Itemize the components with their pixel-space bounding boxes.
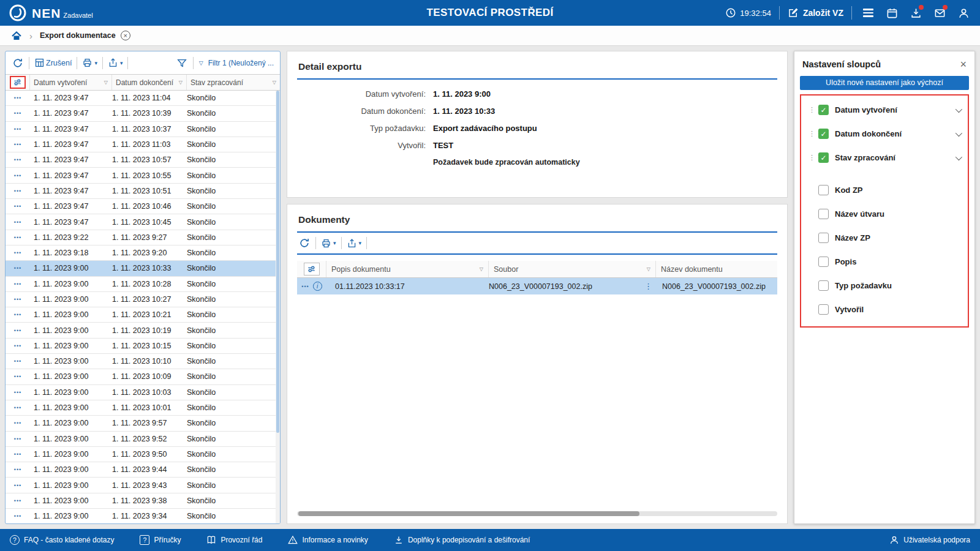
horizontal-scrollbar[interactable]: [297, 511, 777, 516]
footer-link-faq[interactable]: ? FAQ - často kladené dotazy: [10, 535, 114, 545]
filter-caret-icon[interactable]: ▽: [176, 80, 183, 85]
row-menu-icon[interactable]: •••: [14, 405, 21, 411]
table-row[interactable]: ••• 1. 11. 2023 9:47 1. 11. 2023 10:55 S…: [6, 168, 280, 183]
filter-caret-icon[interactable]: ▽: [477, 266, 483, 272]
drag-handle-icon[interactable]: ⋮⋮: [809, 154, 818, 162]
table-row[interactable]: ••• 1. 11. 2023 9:00 1. 11. 2023 10:01 S…: [6, 400, 280, 416]
table-row[interactable]: ••• 1. 11. 2023 9:47 1. 11. 2023 10:51 S…: [6, 184, 280, 199]
row-menu-icon[interactable]: •••: [14, 203, 21, 209]
checkbox-unchecked[interactable]: [818, 257, 829, 267]
app-logo[interactable]: NEN Zadavatel: [9, 4, 93, 22]
export-button[interactable]: ▾: [347, 238, 362, 249]
column-toggle-row[interactable]: Kod ZP: [801, 178, 968, 202]
row-menu-icon[interactable]: •••: [14, 436, 21, 442]
print-button[interactable]: ▾: [321, 238, 336, 249]
column-toggle-row[interactable]: Název útvaru: [801, 202, 968, 226]
checkbox-unchecked[interactable]: [818, 185, 829, 195]
row-menu-icon[interactable]: •••: [14, 188, 21, 194]
row-menu-icon[interactable]: •••: [14, 234, 21, 241]
table-row[interactable]: ••• 1. 11. 2023 9:00 1. 11. 2023 9:34 Sk…: [6, 509, 280, 523]
row-menu-icon[interactable]: •••: [14, 219, 21, 225]
table-row[interactable]: ••• 1. 11. 2023 9:00 1. 11. 2023 9:50 Sk…: [6, 447, 280, 462]
row-menu-icon[interactable]: •••: [14, 358, 21, 364]
row-menu-icon[interactable]: •••: [14, 420, 21, 426]
cancel-button[interactable]: Zrušení: [34, 58, 72, 68]
table-row[interactable]: ••• 1. 11. 2023 9:00 1. 11. 2023 10:15 S…: [6, 339, 280, 354]
refresh-button[interactable]: [12, 57, 24, 69]
info-icon[interactable]: i: [313, 282, 322, 291]
table-row[interactable]: ••• 1. 11. 2023 9:00 1. 11. 2023 10:33 S…: [6, 261, 280, 276]
row-menu-icon[interactable]: •••: [14, 389, 21, 395]
row-menu-icon[interactable]: •••: [14, 126, 21, 132]
checkbox-unchecked[interactable]: [818, 233, 829, 243]
row-menu-icon[interactable]: •••: [14, 451, 21, 457]
row-menu-icon[interactable]: •••: [14, 110, 21, 116]
table-row[interactable]: ••• 1. 11. 2023 9:18 1. 11. 2023 9:20 Sk…: [6, 246, 280, 261]
column-header-stav-zpracovani[interactable]: Stav zpracování ▽: [187, 75, 280, 90]
table-row[interactable]: ••• 1. 11. 2023 9:00 1. 11. 2023 9:44 Sk…: [6, 462, 280, 478]
row-menu-icon[interactable]: •••: [14, 95, 21, 101]
export-button[interactable]: ▾: [108, 58, 123, 68]
row-menu-icon[interactable]: •••: [14, 482, 21, 489]
calendar-button[interactable]: [884, 5, 900, 21]
row-menu-icon[interactable]: •••: [14, 173, 21, 179]
column-toggle-row[interactable]: ⋮⋮ ✓ Stav zpracování: [801, 146, 968, 170]
table-row[interactable]: ••• 1. 11. 2023 9:00 1. 11. 2023 10:03 S…: [6, 385, 280, 400]
column-header-nazev[interactable]: Název dokumentu: [656, 261, 777, 277]
footer-link-doplnky[interactable]: Doplňky k podepisování a dešifrování: [394, 535, 530, 545]
filter-caret-icon[interactable]: ▽: [102, 80, 108, 85]
footer-link-informace[interactable]: Informace a novinky: [288, 535, 368, 545]
tab-export-dokumentace[interactable]: Export dokumentace ×: [40, 31, 130, 40]
column-toggle-row[interactable]: ⋮⋮ ✓ Datum dokončení: [801, 122, 968, 146]
column-header-datum-vytvoreni[interactable]: Datum vytvoření ▽: [30, 75, 112, 90]
row-menu-icon[interactable]: •••: [14, 157, 21, 163]
table-row[interactable]: ••• 1. 11. 2023 9:47 1. 11. 2023 10:46 S…: [6, 199, 280, 214]
table-row[interactable]: ••• 1. 11. 2023 9:00 1. 11. 2023 10:10 S…: [6, 354, 280, 369]
filter-caret-icon[interactable]: ▽: [270, 80, 276, 85]
table-row[interactable]: ••• 1. 11. 2023 9:47 1. 11. 2023 11:03 S…: [6, 137, 280, 152]
save-default-settings-button[interactable]: Uložit nové nastavení jako výchozí: [800, 76, 969, 90]
table-row[interactable]: ••• 1. 11. 2023 9:47 1. 11. 2023 11:04 S…: [6, 91, 280, 106]
table-row[interactable]: ••• 1. 11. 2023 9:00 1. 11. 2023 9:38 Sk…: [6, 493, 280, 509]
scrollbar-thumb[interactable]: [276, 91, 279, 433]
downloads-button[interactable]: [908, 5, 924, 21]
row-menu-icon[interactable]: •••: [14, 467, 21, 473]
close-tab-icon[interactable]: ×: [121, 31, 130, 40]
table-row[interactable]: ••• 1. 11. 2023 9:00 1. 11. 2023 10:09 S…: [6, 369, 280, 384]
checkbox-checked[interactable]: ✓: [818, 152, 829, 163]
footer-link-provozni-rad[interactable]: Provozní řád: [206, 535, 262, 545]
row-menu-icon[interactable]: •••: [14, 141, 21, 148]
column-header-soubor[interactable]: Soubor ▽: [489, 261, 656, 277]
table-row[interactable]: ••• 1. 11. 2023 9:00 1. 11. 2023 9:52 Sk…: [6, 432, 280, 447]
chevron-down-icon[interactable]: [956, 153, 962, 160]
table-row[interactable]: ••• 1. 11. 2023 9:00 1. 11. 2023 10:21 S…: [6, 307, 280, 323]
column-header-popis[interactable]: Popis dokumentu ▽: [326, 261, 489, 277]
drag-handle-icon[interactable]: ⋮⋮: [809, 106, 818, 114]
column-toggle-row[interactable]: Typ požadavku: [801, 274, 968, 298]
footer-link-prirucky[interactable]: ? Příručky: [140, 535, 181, 545]
row-menu-icon[interactable]: •••: [301, 283, 309, 290]
row-menu-icon[interactable]: •••: [14, 265, 21, 271]
table-row[interactable]: ••• 1. 11. 2023 9:47 1. 11. 2023 10:37 S…: [6, 122, 280, 137]
row-menu-icon[interactable]: •••: [14, 281, 21, 287]
scrollbar-thumb[interactable]: [298, 511, 639, 516]
row-menu-icon[interactable]: •••: [14, 343, 21, 349]
document-row[interactable]: ••• i 01.11.2023 10:33:17 N006_23_V00007…: [297, 278, 777, 294]
checkbox-unchecked[interactable]: [818, 304, 829, 315]
filter-caret-icon[interactable]: ▽: [644, 266, 650, 272]
messages-button[interactable]: [932, 5, 948, 21]
chevron-down-icon[interactable]: [956, 105, 962, 112]
menu-button[interactable]: [860, 5, 876, 21]
row-menu-icon[interactable]: •••: [14, 498, 21, 504]
checkbox-checked[interactable]: ✓: [818, 105, 829, 115]
home-button[interactable]: [11, 31, 22, 40]
row-menu-icon[interactable]: •••: [14, 296, 21, 302]
cell-soubor[interactable]: N006_23_V00007193_002.zip: [489, 282, 592, 291]
create-vz-button[interactable]: Založit VZ: [788, 7, 843, 18]
vertical-scrollbar[interactable]: [276, 91, 280, 523]
row-menu-icon[interactable]: •••: [14, 250, 21, 256]
table-row[interactable]: ••• 1. 11. 2023 9:00 1. 11. 2023 10:27 S…: [6, 292, 280, 307]
print-button[interactable]: ▾: [82, 58, 97, 68]
column-toggle-row[interactable]: Vytvořil: [801, 298, 968, 321]
checkbox-unchecked[interactable]: [818, 280, 829, 291]
